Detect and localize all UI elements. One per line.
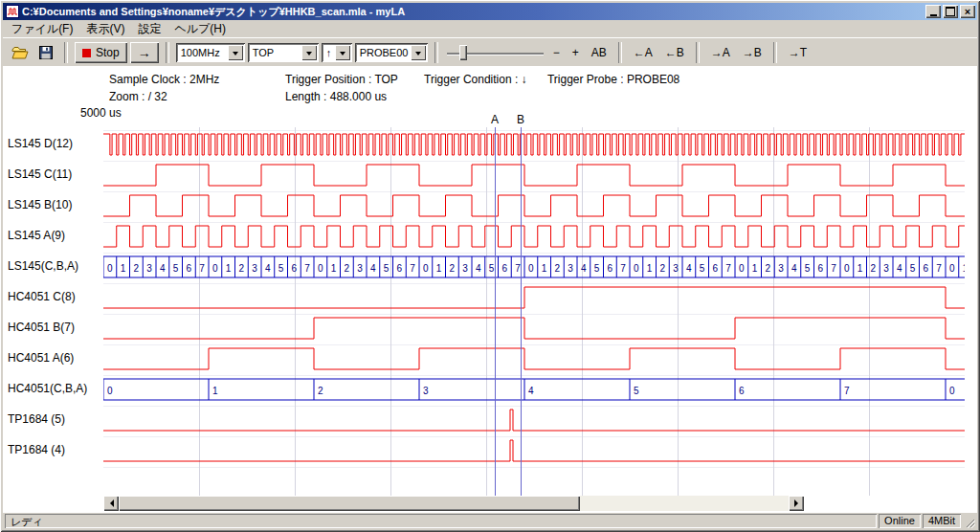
menu-view[interactable]: 表示(V) (79, 19, 131, 39)
svg-text:6: 6 (397, 263, 403, 274)
goto-trigger-button[interactable]: →T (784, 43, 812, 62)
svg-text:0: 0 (423, 263, 429, 274)
svg-text:4: 4 (581, 263, 587, 274)
svg-text:3: 3 (357, 263, 363, 274)
sample-clock-label: Sample Clock : 2MHz (109, 73, 219, 86)
toolbar-separator (773, 42, 777, 63)
open-file-button[interactable] (9, 42, 32, 63)
menu-settings[interactable]: 設定 (131, 19, 167, 39)
trigger-probe-value: PROBE00 (355, 43, 411, 62)
svg-text:3: 3 (778, 263, 784, 274)
channel-label-1: LS145 C(11) (8, 167, 72, 181)
trigger-condition-label: Trigger Condition : ↓ Trigger Probe : PR… (424, 73, 679, 86)
channel-wave-1 (103, 165, 965, 186)
svg-text:3: 3 (673, 263, 679, 274)
svg-text:5: 5 (594, 263, 600, 274)
trigger-position-label: Trigger Position : TOP (285, 73, 398, 86)
svg-text:4: 4 (370, 263, 376, 274)
svg-text:0: 0 (212, 263, 218, 274)
channel-label-2: LS145 B(10) (8, 198, 72, 211)
run-button[interactable]: → (130, 42, 159, 63)
svg-text:7: 7 (831, 263, 836, 274)
ab-range-button[interactable]: AB (587, 43, 612, 62)
channel-wave-4: 0123456701234567012345670123456701234567… (103, 256, 965, 277)
svg-text:1: 1 (752, 263, 758, 274)
resize-grip-icon (964, 517, 975, 528)
scrollbar-thumb[interactable] (119, 496, 580, 511)
save-button[interactable] (34, 42, 57, 63)
stop-button[interactable]: Stop (75, 42, 127, 63)
goto-marker-a-right-button[interactable]: →A (706, 43, 735, 62)
channel-wave-9 (103, 410, 965, 431)
zoom-out-button[interactable]: − (548, 43, 565, 62)
toolbar-separator (166, 42, 169, 63)
zoom-slider[interactable] (445, 43, 546, 62)
menu-file[interactable]: ファイル(F) (5, 19, 79, 39)
channel-wave-3 (103, 226, 965, 247)
channel-label-10: TP1684 (4) (8, 443, 65, 456)
scrollbar-track[interactable] (119, 496, 789, 511)
svg-text:1: 1 (963, 263, 965, 274)
arrow-right-icon (794, 499, 802, 507)
svg-text:1: 1 (212, 386, 218, 396)
svg-text:2: 2 (555, 263, 561, 274)
toolbar: Stop → 100MHz TOP ↑ PROBE00 − + AB (3, 37, 977, 67)
svg-text:0: 0 (949, 263, 955, 274)
goto-marker-b-right-button[interactable]: →B (738, 43, 767, 62)
svg-text:3: 3 (252, 263, 257, 274)
svg-text:6: 6 (608, 263, 613, 274)
stop-icon (82, 49, 91, 57)
time-grid-lines (200, 127, 870, 496)
svg-text:4: 4 (897, 263, 902, 274)
window-title: C:¥Documents and Settings¥noname¥デスクトップ¥… (22, 5, 925, 19)
resize-grip[interactable] (963, 514, 975, 528)
svg-text:3: 3 (883, 263, 889, 274)
goto-marker-a-left-button[interactable]: ←A (629, 43, 657, 62)
svg-text:3: 3 (146, 263, 152, 274)
zoom-label: Zoom : / 32 (109, 90, 167, 103)
close-button[interactable]: × (960, 5, 975, 18)
arrow-left-icon (106, 499, 114, 507)
channel-wave-10 (103, 440, 965, 461)
svg-text:6: 6 (713, 263, 719, 274)
svg-text:5: 5 (700, 263, 705, 274)
svg-text:7: 7 (936, 263, 942, 274)
slider-thumb[interactable] (459, 45, 467, 60)
svg-text:7: 7 (199, 263, 205, 274)
minimize-button[interactable] (925, 5, 941, 18)
svg-text:3: 3 (462, 263, 468, 274)
svg-text:0: 0 (844, 263, 850, 274)
channel-label-6: HC4051 B(7) (8, 321, 75, 334)
channel-label-9: TP1684 (5) (8, 412, 65, 426)
toolbar-separator (64, 42, 68, 63)
scroll-right-button[interactable] (789, 496, 804, 511)
svg-text:2: 2 (134, 263, 140, 274)
channel-label-0: LS145 D(12) (8, 137, 73, 150)
menu-bar: ファイル(F) 表示(V) 設定 ヘルプ(H) (3, 20, 977, 37)
trigger-edge-value: ↑ (322, 43, 335, 62)
trigger-probe-text: Trigger Probe : PROBE08 (547, 73, 679, 86)
menu-help[interactable]: ヘルプ(H) (167, 19, 233, 39)
svg-text:0: 0 (949, 386, 955, 396)
goto-marker-b-left-button[interactable]: ←B (660, 43, 689, 62)
channel-wave-0 (103, 134, 965, 155)
waveform-area[interactable]: 0123456701234567012345670123456701234567… (103, 127, 965, 496)
svg-text:6: 6 (502, 263, 508, 274)
trigger-edge-select[interactable]: ↑ (322, 43, 352, 62)
channel-wave-6 (103, 318, 965, 339)
svg-text:0: 0 (739, 263, 745, 274)
trigger-position-select[interactable]: TOP (248, 43, 319, 62)
maximize-button[interactable] (943, 5, 958, 18)
svg-text:6: 6 (924, 263, 929, 274)
chevron-down-icon (411, 45, 426, 60)
svg-text:4: 4 (476, 263, 481, 274)
svg-text:5: 5 (173, 263, 179, 274)
svg-text:0: 0 (528, 263, 534, 274)
zoom-in-button[interactable]: + (568, 43, 584, 62)
channel-labels-column: LS145 D(12)LS145 C(11)LS145 B(10)LS145 A… (3, 127, 103, 496)
svg-text:3: 3 (423, 386, 429, 396)
trigger-probe-select[interactable]: PROBE00 (355, 43, 428, 62)
sample-clock-select[interactable]: 100MHz (176, 43, 245, 62)
svg-text:6: 6 (739, 386, 745, 396)
scroll-left-button[interactable] (103, 496, 119, 511)
